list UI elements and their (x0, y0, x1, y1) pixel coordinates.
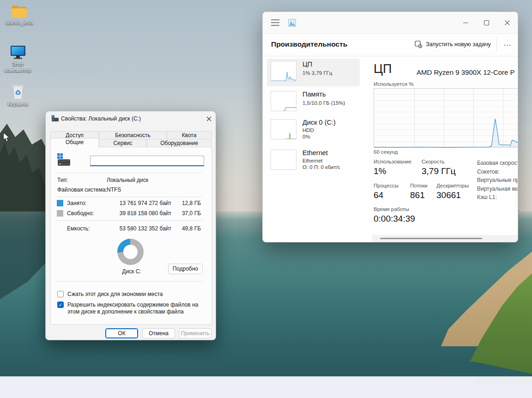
compress-checkbox-label: Сжать этот диск для экономии места (67, 291, 207, 298)
desktop-icon-label: admin_leca (0, 20, 39, 26)
capacity-label: Емкость: (67, 225, 90, 232)
run-new-task-button[interactable]: Запустить новую задачу (410, 37, 496, 51)
hamburger-menu-icon[interactable] (271, 19, 279, 26)
desktop-icon-label: Этот компьютер (0, 61, 37, 73)
type-value: Локальный диск (107, 177, 148, 183)
used-swatch (57, 200, 63, 206)
ok-button[interactable]: ОК (105, 328, 138, 338)
dialog-close-button[interactable] (204, 114, 213, 123)
threads-value: 861 (410, 190, 425, 200)
handles-value: 30661 (436, 190, 461, 200)
capacity-bytes: 53 580 132 352 байт (106, 225, 171, 232)
used-bytes: 13 761 974 272 байт (106, 200, 171, 206)
disk-properties-dialog: Свойства: Локальный диск (C:) Доступ Без… (45, 111, 216, 340)
taskbar: Поиск ENG 11:23 (0, 376, 532, 398)
desktop-icon-recycle-bin[interactable]: ♻ Корзина (0, 84, 37, 107)
separator (56, 281, 203, 282)
drive-icon (51, 115, 59, 122)
handles-label: Дескрипторы (436, 183, 469, 188)
new-task-icon (415, 41, 422, 48)
index-checkbox-label: Разрешить индексировать содержимое файло… (67, 302, 207, 315)
free-bytes: 39 818 158 080 байт (106, 210, 171, 217)
uptime-label: Время работы (374, 206, 409, 212)
minimize-icon (463, 20, 468, 25)
filesystem-value: NTFS (107, 187, 121, 193)
free-swatch (57, 210, 63, 217)
memory-sparkline (271, 91, 296, 111)
sidebar-item-memory[interactable]: Память 1,5/10,0 ГБ (15%) (267, 89, 360, 116)
disk-usage-donut-chart (117, 239, 144, 265)
cpu-usage-chart (374, 88, 518, 147)
run-new-task-label: Запустить новую задачу (426, 41, 491, 48)
svg-text:♻: ♻ (15, 89, 21, 96)
details-button[interactable]: Подробно (168, 264, 203, 274)
speed-label: Скорость (422, 159, 445, 164)
compress-checkbox[interactable] (57, 291, 64, 297)
divider (496, 37, 497, 52)
free-size: 37,0 ГБ (176, 210, 201, 217)
usage-label: Использование (374, 159, 411, 164)
used-size: 12,8 ГБ (176, 200, 201, 206)
tab-quota[interactable]: Квота (167, 131, 212, 139)
close-button[interactable] (499, 16, 515, 30)
desktop-icon-label: Корзина (0, 101, 37, 107)
cancel-button[interactable]: Отмена (142, 328, 175, 338)
index-checkbox[interactable]: ✓ (57, 302, 64, 308)
dialog-title: Свойства: Локальный диск (C:) (61, 115, 141, 122)
computer-icon (10, 45, 26, 60)
general-tab-panel: Тип: Локальный диск Файловая система: NT… (50, 147, 212, 325)
more-options-button[interactable]: ... (500, 37, 515, 51)
maximize-icon (484, 20, 489, 25)
filesystem-label: Файловая система: (57, 187, 107, 193)
speed-value: 3,79 ГГц (422, 166, 456, 176)
processes-label: Процессы (374, 183, 399, 188)
threads-label: Потоки (410, 183, 427, 188)
tab-tools[interactable]: Сервис (99, 139, 146, 147)
chart-x-axis-label: 60 секунд (374, 149, 398, 155)
close-icon (206, 116, 212, 121)
separator (56, 197, 203, 197)
separator (56, 173, 203, 173)
minimize-button[interactable] (457, 16, 474, 30)
horizontal-scrollbar[interactable] (372, 235, 518, 242)
type-label: Тип: (57, 177, 68, 183)
usage-value: 1% (374, 166, 386, 176)
cpu-sparkline (271, 61, 296, 81)
drive-icon-large (57, 153, 71, 168)
checkmark-icon: ✓ (58, 302, 62, 308)
task-manager-window: Производительность Запустить новую задач… (262, 12, 518, 242)
cpu-name: AMD Ryzen 9 3900X 12-Core P (417, 68, 515, 76)
folder-icon (12, 5, 27, 18)
capacity-size: 49,8 ГБ (176, 225, 201, 232)
free-label: Свободно: (67, 210, 94, 217)
recycle-bin-icon: ♻ (11, 84, 25, 100)
volume-label-input[interactable] (90, 156, 204, 166)
sidebar-item-cpu[interactable]: ЦП 1% 3,79 ГГц (267, 59, 360, 86)
task-manager-app-icon (288, 19, 296, 27)
separator (263, 56, 518, 56)
sidebar-item-ethernet[interactable]: Ethernet Ethernet О: 0 П: 0 кбит/с (267, 147, 360, 175)
cpu-right-info: Базовая скорост Сокетов: Виртуальные пр … (477, 159, 518, 202)
tab-security[interactable]: Безопасность (99, 131, 166, 139)
desktop-icon-this-pc[interactable]: Этот компьютер (0, 45, 37, 73)
page-title: Производительность (271, 40, 347, 48)
processes-value: 64 (374, 190, 383, 200)
cpu-pane-title: ЦП (374, 62, 392, 76)
sidebar-item-disk[interactable]: Диск 0 (C:) HDD 0% (267, 117, 360, 145)
tab-hardware[interactable]: Оборудование (147, 139, 212, 147)
uptime-value: 0:00:34:39 (374, 214, 415, 224)
ethernet-sparkline (271, 150, 296, 170)
desktop-icon-admin-folder[interactable]: admin_leca (0, 5, 39, 26)
chart-y-axis-label: Используется % (374, 81, 413, 87)
scrollbar-thumb[interactable] (380, 238, 482, 239)
disk-sparkline (271, 119, 296, 139)
close-icon (505, 20, 510, 25)
used-label: Занято: (67, 200, 86, 206)
maximize-button[interactable] (478, 16, 495, 30)
tab-general[interactable]: Общие (50, 138, 99, 147)
apply-button[interactable]: Применить (179, 328, 212, 338)
separator (56, 220, 203, 221)
mouse-cursor (3, 132, 11, 143)
